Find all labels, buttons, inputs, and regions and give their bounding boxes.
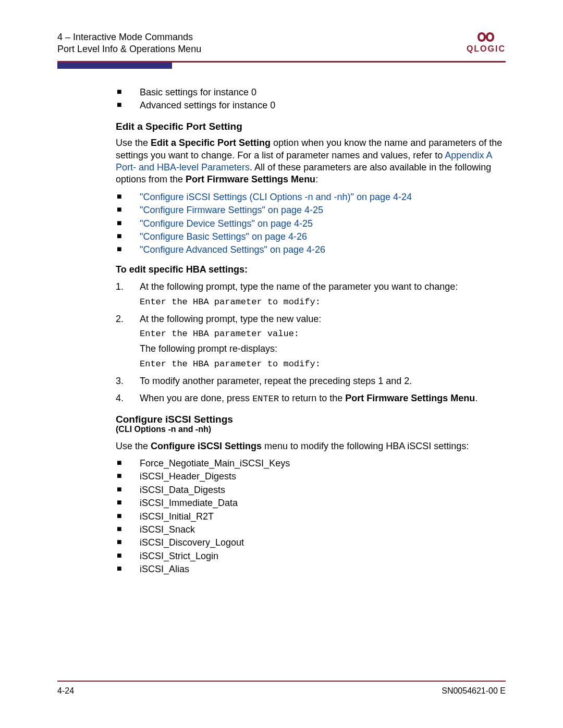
section-subheading: (CLI Options -n and -nh) [116,424,506,435]
list-item: Basic settings for instance 0 [116,87,506,98]
list-item-text: iSCSI_Snack [140,524,195,535]
list-item: iSCSI_Immediate_Data [116,497,506,509]
header-chapter-line: 4 – Interactive Mode Commands [57,31,201,43]
text-bold: Configure iSCSI Settings [151,441,262,451]
qlogic-logo-icon [475,31,496,43]
list-item: iSCSI_Initial_R2T [116,511,506,523]
list-item: iSCSI_Strict_Login [116,550,506,562]
main-content: Basic settings for instance 0 Advanced s… [116,69,506,576]
step-number: 1. [116,281,124,293]
header-rule [57,61,506,69]
instruction-heading: To edit specific HBA settings: [116,264,506,276]
text-bold: Port Firmware Settings Menu [345,393,475,403]
list-item: "Configure Firmware Settings" on page 4-… [116,204,506,216]
step-item: 2. At the following prompt, type the new… [116,313,506,370]
section2-paragraph: Use the Configure iSCSI Settings menu to… [116,440,506,452]
list-item: Advanced settings for instance 0 [116,100,506,112]
crossref-link[interactable]: "Configure iSCSI Settings (CLI Options -… [140,192,412,202]
list-item: "Configure Basic Settings" on page 4-26 [116,231,506,243]
list-item-text: iSCSI_Alias [140,564,189,574]
text: . [475,393,478,403]
text: When you are done, press [140,393,252,403]
list-item: iSCSI_Header_Digests [116,471,506,483]
page-number: 4-24 [57,686,74,697]
page-header: 4 – Interactive Mode Commands Port Level… [57,31,506,56]
doc-id: SN0054621-00 E [442,686,506,697]
step-item: 4. When you are done, press ENTER to ret… [116,392,506,405]
list-item: iSCSI_Alias [116,563,506,575]
text: Use the [116,138,151,148]
list-item-text: Force_Negotiate_Main_iSCSI_Keys [140,458,290,468]
iscsi-settings-list: Force_Negotiate_Main_iSCSI_Keys iSCSI_He… [116,458,506,576]
text: menu to modify the following HBA iSCSI s… [262,441,469,451]
svg-rect-0 [484,35,488,39]
crossref-link[interactable]: "Configure Device Settings" on page 4-25 [140,218,313,229]
footer-rule [57,681,506,682]
step-item: 1. At the following prompt, type the nam… [116,281,506,307]
section-heading-edit-port: Edit a Specific Port Setting [116,120,506,133]
list-item: iSCSI_Snack [116,524,506,536]
step-text: The following prompt re-displays: [140,343,506,355]
list-item-text: iSCSI_Initial_R2T [140,511,214,522]
step-text: To modify another parameter, repeat the … [140,375,506,387]
text: to return to the [279,393,345,403]
crossref-link[interactable]: "Configure Basic Settings" on page 4-26 [140,231,307,242]
list-item-text: iSCSI_Discovery_Logout [140,537,244,548]
list-item: "Configure Device Settings" on page 4-25 [116,218,506,230]
section1-paragraph: Use the Edit a Specific Port Setting opt… [116,137,506,186]
qlogic-logo: QLOGIC [467,31,506,55]
intro-bullet-list: Basic settings for instance 0 Advanced s… [116,87,506,112]
step-text: When you are done, press ENTER to return… [140,392,506,405]
header-section-line: Port Level Info & Operations Menu [57,43,201,55]
text: : [315,174,318,184]
list-item-text: iSCSI_Immediate_Data [140,498,238,508]
code-prompt: Enter the HBA parameter to modify: [140,359,506,370]
step-item: 3. To modify another parameter, repeat t… [116,375,506,387]
text-bold: Edit a Specific Port Setting [151,138,271,148]
list-item: iSCSI_Discovery_Logout [116,537,506,549]
list-item: iSCSI_Data_Digests [116,484,506,496]
list-item-text: Basic settings for instance 0 [140,87,256,97]
page-footer: 4-24 SN0054621-00 E [57,681,506,697]
list-item-text: iSCSI_Strict_Login [140,551,218,561]
crossref-bullet-list: "Configure iSCSI Settings (CLI Options -… [116,191,506,256]
text-bold: Port Firmware Settings Menu [186,174,315,184]
key-enter: ENTER [252,394,279,404]
step-text: At the following prompt, type the new va… [140,313,506,325]
step-number: 4. [116,392,124,404]
list-item: "Configure Advanced Settings" on page 4-… [116,244,506,256]
crossref-link[interactable]: "Configure Firmware Settings" on page 4-… [140,205,323,215]
code-prompt: Enter the HBA parameter value: [140,328,506,340]
crossref-link[interactable]: "Configure Advanced Settings" on page 4-… [140,244,325,255]
steps-list: 1. At the following prompt, type the nam… [116,281,506,405]
logo-text: QLOGIC [467,44,506,53]
list-item: Force_Negotiate_Main_iSCSI_Keys [116,458,506,470]
header-left: 4 – Interactive Mode Commands Port Level… [57,31,201,56]
step-text: At the following prompt, type the name o… [140,281,506,293]
step-number: 2. [116,313,124,325]
list-item: "Configure iSCSI Settings (CLI Options -… [116,191,506,203]
step-number: 3. [116,375,124,387]
code-prompt: Enter the HBA parameter to modify: [140,297,506,308]
list-item-text: Advanced settings for instance 0 [140,100,275,110]
list-item-text: iSCSI_Header_Digests [140,471,236,482]
text: Use the [116,441,151,451]
list-item-text: iSCSI_Data_Digests [140,485,225,495]
